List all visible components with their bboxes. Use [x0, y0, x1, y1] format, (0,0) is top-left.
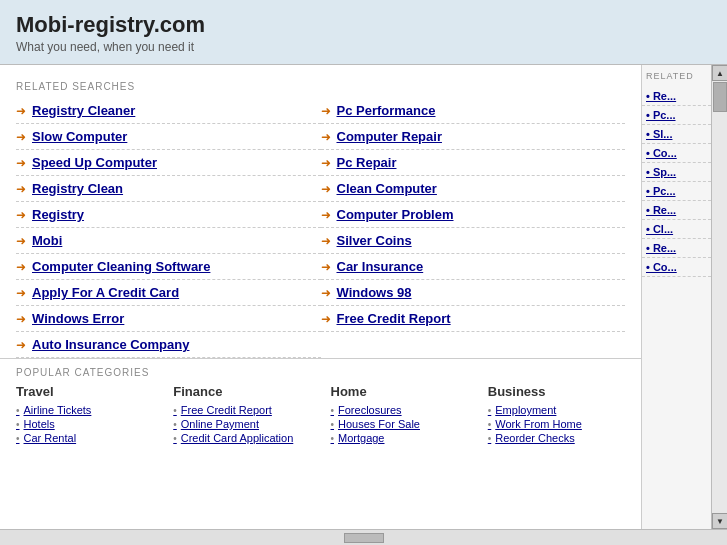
main-content: RELATED SEARCHES ➜ Registry Cleaner ➜ Sl… — [0, 65, 641, 529]
search-link[interactable]: Registry Cleaner — [32, 103, 135, 118]
right-panel-link[interactable]: • Re... — [642, 87, 711, 106]
category-link[interactable]: •Car Rental — [16, 431, 153, 445]
search-link[interactable]: Computer Repair — [337, 129, 442, 144]
scroll-down-button[interactable]: ▼ — [712, 513, 727, 529]
bullet-icon: • — [173, 405, 177, 416]
category-link[interactable]: •Houses For Sale — [331, 417, 468, 431]
right-panel: RELATED • Re...• Pc...• Sl...• Co...• Sp… — [641, 65, 711, 529]
category-link[interactable]: •Hotels — [16, 417, 153, 431]
right-panel-link[interactable]: • Sl... — [642, 125, 711, 144]
arrow-icon: ➜ — [321, 156, 331, 170]
arrow-icon: ➜ — [321, 312, 331, 326]
body-row: RELATED SEARCHES ➜ Registry Cleaner ➜ Sl… — [0, 65, 727, 529]
right-panel-link[interactable]: • Pc... — [642, 106, 711, 125]
search-link[interactable]: Free Credit Report — [337, 311, 451, 326]
list-item: ➜ Free Credit Report — [321, 306, 626, 332]
arrow-icon: ➜ — [321, 130, 331, 144]
category-link[interactable]: •Mortgage — [331, 431, 468, 445]
search-link[interactable]: Slow Computer — [32, 129, 127, 144]
category-link[interactable]: •Reorder Checks — [488, 431, 625, 445]
right-panel-link[interactable]: • Cl... — [642, 220, 711, 239]
list-item: ➜ Computer Cleaning Software — [16, 254, 321, 280]
right-links-col: ➜ Pc Performance ➜ Computer Repair ➜ Pc … — [321, 98, 626, 358]
category-title: Business — [488, 384, 625, 399]
right-panel-link[interactable]: • Sp... — [642, 163, 711, 182]
category-link[interactable]: •Credit Card Application — [173, 431, 310, 445]
search-link[interactable]: Registry — [32, 207, 84, 222]
left-links-col: ➜ Registry Cleaner ➜ Slow Computer ➜ Spe… — [16, 98, 321, 358]
search-link[interactable]: Clean Computer — [337, 181, 437, 196]
search-link[interactable]: Windows Error — [32, 311, 124, 326]
arrow-icon: ➜ — [16, 338, 26, 352]
arrow-icon: ➜ — [16, 312, 26, 326]
arrow-icon: ➜ — [16, 234, 26, 248]
list-item: ➜ Computer Repair — [321, 124, 626, 150]
search-link[interactable]: Auto Insurance Company — [32, 337, 189, 352]
search-link[interactable]: Computer Cleaning Software — [32, 259, 210, 274]
right-panel-link[interactable]: • Pc... — [642, 182, 711, 201]
bullet-icon: • — [331, 419, 335, 430]
category-link[interactable]: •Airline Tickets — [16, 403, 153, 417]
links-grid: ➜ Registry Cleaner ➜ Slow Computer ➜ Spe… — [0, 98, 641, 358]
site-subtitle: What you need, when you need it — [16, 40, 711, 54]
arrow-icon: ➜ — [16, 130, 26, 144]
search-link[interactable]: Mobi — [32, 233, 62, 248]
arrow-icon: ➜ — [321, 182, 331, 196]
popular-section: POPULAR CATEGORIES Travel•Airline Ticket… — [0, 358, 641, 453]
list-item: ➜ Car Insurance — [321, 254, 626, 280]
arrow-icon: ➜ — [16, 260, 26, 274]
bottom-scrollbar[interactable] — [0, 529, 727, 545]
related-searches-label: RELATED SEARCHES — [0, 75, 641, 98]
list-item: ➜ Registry Clean — [16, 176, 321, 202]
bullet-icon: • — [488, 419, 492, 430]
site-title: Mobi-registry.com — [16, 12, 711, 38]
search-link[interactable]: Computer Problem — [337, 207, 454, 222]
list-item: ➜ Windows 98 — [321, 280, 626, 306]
category-link[interactable]: •Employment — [488, 403, 625, 417]
popular-label: POPULAR CATEGORIES — [16, 367, 625, 378]
right-panel-link[interactable]: • Re... — [642, 239, 711, 258]
search-link[interactable]: Pc Performance — [337, 103, 436, 118]
search-link[interactable]: Windows 98 — [337, 285, 412, 300]
popular-grid: Travel•Airline Tickets•Hotels•Car Rental… — [16, 384, 625, 445]
right-panel-link[interactable]: • Co... — [642, 258, 711, 277]
category-column: Finance•Free Credit Report•Online Paymen… — [173, 384, 310, 445]
arrow-icon: ➜ — [16, 208, 26, 222]
list-item: ➜ Registry Cleaner — [16, 98, 321, 124]
list-item: ➜ Auto Insurance Company — [16, 332, 321, 358]
search-link[interactable]: Speed Up Computer — [32, 155, 157, 170]
bullet-icon: • — [16, 419, 20, 430]
bullet-icon: • — [173, 419, 177, 430]
category-link[interactable]: •Online Payment — [173, 417, 310, 431]
arrow-icon: ➜ — [16, 182, 26, 196]
list-item: ➜ Speed Up Computer — [16, 150, 321, 176]
arrow-icon: ➜ — [321, 104, 331, 118]
category-link[interactable]: •Free Credit Report — [173, 403, 310, 417]
category-link[interactable]: •Foreclosures — [331, 403, 468, 417]
search-link[interactable]: Pc Repair — [337, 155, 397, 170]
right-panel-link[interactable]: • Co... — [642, 144, 711, 163]
scroll-up-button[interactable]: ▲ — [712, 65, 727, 81]
list-item: ➜ Clean Computer — [321, 176, 626, 202]
list-item: ➜ Registry — [16, 202, 321, 228]
category-column: Home•Foreclosures•Houses For Sale•Mortga… — [331, 384, 468, 445]
list-item: ➜ Pc Repair — [321, 150, 626, 176]
search-link[interactable]: Apply For A Credit Card — [32, 285, 179, 300]
search-link[interactable]: Registry Clean — [32, 181, 123, 196]
arrow-icon: ➜ — [16, 286, 26, 300]
arrow-icon: ➜ — [16, 104, 26, 118]
category-title: Finance — [173, 384, 310, 399]
list-item: ➜ Silver Coins — [321, 228, 626, 254]
arrow-icon: ➜ — [16, 156, 26, 170]
category-link[interactable]: •Work From Home — [488, 417, 625, 431]
category-column: Business•Employment•Work From Home•Reord… — [488, 384, 625, 445]
category-title: Home — [331, 384, 468, 399]
bullet-icon: • — [16, 405, 20, 416]
scrollbar[interactable]: ▲ ▼ — [711, 65, 727, 529]
right-panel-link[interactable]: • Re... — [642, 201, 711, 220]
scroll-thumb[interactable] — [713, 82, 727, 112]
search-link[interactable]: Silver Coins — [337, 233, 412, 248]
search-link[interactable]: Car Insurance — [337, 259, 424, 274]
bullet-icon: • — [331, 405, 335, 416]
bottom-scroll-thumb[interactable] — [344, 533, 384, 543]
